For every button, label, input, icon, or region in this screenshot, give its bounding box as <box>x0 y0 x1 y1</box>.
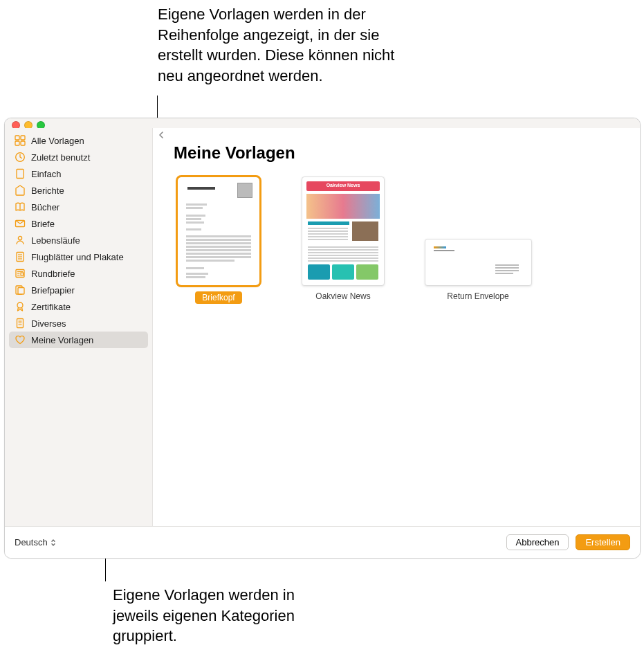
grid-icon <box>15 135 26 146</box>
template-oakview-news[interactable]: Oakview News <box>298 176 388 301</box>
ribbon-icon <box>15 301 26 312</box>
sidebar-item-letters[interactable]: Briefe <box>9 215 148 232</box>
sidebar-item-label: Bücher <box>31 202 59 212</box>
sidebar-item-label: Zuletzt benutzt <box>31 152 90 163</box>
sidebar-list: Alle Vorlagen Zuletzt benutzt Einfach Be… <box>9 132 148 522</box>
report-icon <box>15 185 26 196</box>
annotation-top: Eigene Vorlagen werden in der Reihenfolg… <box>158 4 421 87</box>
sidebar-item-reports[interactable]: Berichte <box>9 182 148 199</box>
sidebar-item-resumes[interactable]: Lebensläufe <box>9 232 148 248</box>
sidebar-item-newsletters[interactable]: Rundbriefe <box>9 265 148 282</box>
page-title: Meine Vorlagen <box>153 128 640 170</box>
envelope-icon <box>15 218 26 229</box>
svg-rect-0 <box>15 136 19 140</box>
heart-icon <box>15 334 26 345</box>
sidebar-item-label: Briefe <box>31 219 55 229</box>
template-label: Return Envelope <box>447 291 508 301</box>
template-thumbnail <box>177 176 260 286</box>
newsletter-icon <box>15 268 26 279</box>
create-button[interactable]: Erstellen <box>576 534 630 550</box>
window-titlebar <box>5 118 640 128</box>
svg-rect-1 <box>21 136 25 140</box>
template-label: Oakview News <box>315 291 370 301</box>
annotation-bottom: Eigene Vorlagen werden in jeweils eigene… <box>113 585 320 646</box>
template-briefkopf[interactable]: Briefkopf <box>174 176 264 304</box>
cancel-button[interactable]: Abbrechen <box>506 534 569 550</box>
svg-point-8 <box>18 236 21 239</box>
person-icon <box>15 235 26 246</box>
sidebar-item-books[interactable]: Bücher <box>9 199 148 215</box>
svg-rect-2 <box>15 141 19 145</box>
clock-icon <box>15 152 26 163</box>
template-thumbnail <box>425 239 532 286</box>
toggle-sidebar-button[interactable] <box>157 131 167 141</box>
language-label: Deutsch <box>15 537 48 547</box>
svg-rect-5 <box>17 170 24 179</box>
sidebar-item-label: Alle Vorlagen <box>31 136 84 146</box>
template-thumbnail: Oakview News <box>302 176 385 286</box>
language-selector[interactable]: Deutsch <box>15 537 56 547</box>
svg-rect-3 <box>21 141 25 145</box>
sidebar-item-label: Briefpapier <box>31 285 75 296</box>
sidebar-item-basic[interactable]: Einfach <box>9 165 148 182</box>
sheet-icon <box>15 318 26 329</box>
sidebar-item-label: Berichte <box>31 185 64 196</box>
main-panel: Meine Vorlagen <box>153 128 640 526</box>
book-icon <box>15 201 26 212</box>
template-label: Briefkopf <box>195 291 241 304</box>
sidebar-item-label: Flugblätter und Plakate <box>31 252 124 262</box>
sidebar-item-label: Diverses <box>31 318 66 329</box>
sidebar-item-label: Einfach <box>31 169 61 179</box>
svg-rect-19 <box>18 288 24 295</box>
template-return-envelope[interactable]: Return Envelope <box>423 176 533 301</box>
sidebar-item-label: Zertifikate <box>31 302 71 312</box>
svg-point-20 <box>17 302 23 308</box>
stationery-icon <box>15 284 26 296</box>
sidebar-item-label: Lebensläufe <box>31 235 80 246</box>
chevron-up-down-icon <box>50 538 56 547</box>
template-chooser-window: Alle Vorlagen Zuletzt benutzt Einfach Be… <box>4 118 641 559</box>
template-grid: Briefkopf Oakview News <box>153 170 640 311</box>
poster-icon <box>15 251 26 262</box>
thumb-banner-text: Oakview News <box>302 183 384 188</box>
sidebar-item-recent[interactable]: Zuletzt benutzt <box>9 149 148 165</box>
sidebar-item-label: Rundbriefe <box>31 269 75 279</box>
sidebar-item-stationery[interactable]: Briefpapier <box>9 282 148 298</box>
sidebar: Alle Vorlagen Zuletzt benutzt Einfach Be… <box>5 128 153 526</box>
svg-rect-17 <box>21 273 24 275</box>
sidebar-item-all-templates[interactable]: Alle Vorlagen <box>9 132 148 149</box>
sidebar-item-my-templates[interactable]: Meine Vorlagen <box>9 332 148 348</box>
sidebar-item-certificates[interactable]: Zertifikate <box>9 298 148 315</box>
sidebar-item-misc[interactable]: Diverses <box>9 315 148 332</box>
sidebar-item-label: Meine Vorlagen <box>31 335 93 345</box>
footer-bar: Deutsch Abbrechen Erstellen <box>5 526 640 558</box>
sidebar-item-flyers[interactable]: Flugblätter und Plakate <box>9 248 148 265</box>
window-body: Alle Vorlagen Zuletzt benutzt Einfach Be… <box>5 128 640 526</box>
page-icon <box>15 168 26 179</box>
